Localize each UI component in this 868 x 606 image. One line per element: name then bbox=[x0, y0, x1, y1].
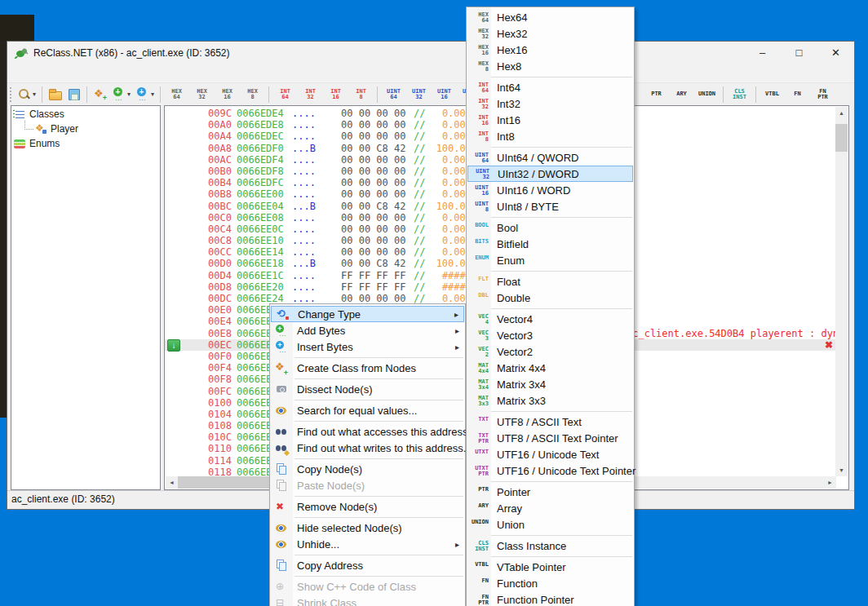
context-menu-item[interactable]: Change Type ▸ bbox=[271, 306, 464, 322]
submenu-item[interactable]: INT64 Int64 ▸ bbox=[467, 79, 633, 95]
submenu-item[interactable]: HEX16 Hex16 ▸ bbox=[467, 42, 633, 58]
submenu-item[interactable]: UNION Union ▸ bbox=[467, 516, 633, 533]
type-button[interactable]: HEX32 bbox=[189, 85, 215, 104]
submenu-item[interactable]: TXTPTR UTF8 / ASCII Text Pointer ▸ bbox=[467, 430, 633, 446]
insert-bytes-icon bbox=[135, 87, 149, 101]
insert-bytes-button[interactable]: ▾ bbox=[133, 85, 157, 104]
type-button[interactable]: INT64 bbox=[272, 85, 298, 104]
submenu-item[interactable]: BITS Bitfield ▸ bbox=[467, 236, 633, 252]
submenu-item[interactable]: ENUM Enum ▸ bbox=[467, 252, 633, 268]
menu-bar-item[interactable] bbox=[37, 64, 51, 82]
type-button[interactable]: VTBL bbox=[760, 85, 785, 104]
vertical-scrollbar[interactable]: ▲ ▼ bbox=[835, 107, 848, 476]
submenu-item[interactable]: FLT Float ▸ bbox=[467, 273, 633, 290]
context-menu-item[interactable]: Unhide... ▸ bbox=[271, 536, 464, 552]
type-button[interactable]: UINT16 bbox=[432, 85, 457, 104]
type-button[interactable]: PTR bbox=[644, 85, 669, 104]
type-button[interactable]: INT32 bbox=[298, 85, 323, 104]
attach-process-button[interactable]: ▾ bbox=[15, 85, 38, 104]
remove-node-x-icon[interactable]: ✖ bbox=[825, 339, 833, 351]
submenu-item[interactable]: DBL Double ▸ bbox=[467, 290, 633, 306]
type-button[interactable]: INT16 bbox=[323, 85, 348, 104]
submenu-item[interactable]: PTR Pointer ▸ bbox=[467, 484, 633, 500]
type-button[interactable]: CLSINST bbox=[727, 85, 752, 104]
tree-item-player[interactable]: Player bbox=[23, 122, 160, 135]
title-bar[interactable]: ReClass.NET (x86) - ac_client.exe (ID: 3… bbox=[7, 42, 854, 64]
row-offset: 00F0 bbox=[202, 351, 232, 362]
submenu-item[interactable]: MAT4x4 Matrix 4x4 ▸ bbox=[467, 360, 633, 376]
row-bytes: 00 00 00 00 bbox=[341, 235, 405, 246]
type-button[interactable]: UNION bbox=[694, 85, 720, 104]
type-icon: INT32 bbox=[467, 97, 490, 111]
submenu-item[interactable]: VEC4 Vector4 ▸ bbox=[467, 311, 633, 327]
submenu-item[interactable]: ARY Array ▸ bbox=[467, 500, 633, 516]
submenu-item[interactable]: UTXT UTF16 / Unicode Text ▸ bbox=[467, 446, 633, 462]
type-button[interactable]: FNPTR bbox=[810, 85, 835, 104]
submenu-item[interactable]: HEX8 Hex8 ▸ bbox=[467, 58, 633, 74]
type-button[interactable]: UINT64 bbox=[381, 85, 406, 104]
tree-item-classes[interactable]: Classes bbox=[14, 108, 160, 121]
add-class-button[interactable] bbox=[91, 85, 109, 104]
context-menu-item[interactable]: Paste Node(s) ▸ bbox=[271, 477, 464, 493]
scroll-down-icon[interactable]: ▼ bbox=[835, 464, 848, 476]
row-offset: 00FC bbox=[202, 386, 232, 397]
context-menu-item[interactable]: Copy Address ▸ bbox=[271, 557, 464, 573]
context-menu-item[interactable]: Find out what writes to this address... … bbox=[271, 440, 464, 456]
context-menu-item[interactable]: Shrink Class ▸ bbox=[271, 595, 464, 606]
maximize-button[interactable]: □ bbox=[781, 42, 817, 64]
open-project-button[interactable] bbox=[46, 85, 64, 104]
context-menu-item[interactable]: Remove Node(s) ▸ bbox=[271, 498, 464, 515]
save-project-button[interactable] bbox=[64, 85, 83, 104]
submenu-item[interactable]: FNPTR Function Pointer ▸ bbox=[467, 591, 633, 606]
type-icon: TXTPTR bbox=[467, 431, 490, 445]
submenu-item[interactable]: UINT16 UInt16 / WORD ▸ bbox=[467, 182, 633, 198]
context-menu-item[interactable]: Create Class from Nodes ▸ bbox=[271, 360, 464, 376]
scroll-up-icon[interactable]: ▲ bbox=[835, 107, 848, 119]
submenu-item[interactable]: HEX64 Hex64 ▸ bbox=[467, 9, 633, 25]
submenu-item[interactable]: VTBL VTable Pointer ▸ bbox=[467, 559, 633, 575]
context-menu-item[interactable]: Insert Bytes ▸ bbox=[271, 338, 464, 355]
type-button[interactable]: HEX8 bbox=[240, 85, 265, 104]
tree-item-enums[interactable]: Enums bbox=[14, 137, 160, 150]
submenu-item[interactable]: MAT3x4 Matrix 3x4 ▸ bbox=[467, 376, 633, 392]
submenu-item[interactable]: VEC3 Vector3 ▸ bbox=[467, 327, 633, 343]
type-button[interactable]: HEX64 bbox=[164, 85, 189, 104]
submenu-item[interactable]: INT16 Int16 ▸ bbox=[467, 112, 633, 128]
context-menu-item[interactable]: Find out what accesses this address... ▸ bbox=[271, 423, 464, 440]
submenu-item[interactable]: UINT32 UInt32 / DWORD ▸ bbox=[467, 166, 633, 182]
menu-bar-item[interactable] bbox=[22, 64, 37, 82]
row-offset: 0110 bbox=[202, 443, 232, 454]
submenu-item[interactable]: INT8 Int8 ▸ bbox=[467, 128, 633, 144]
type-button[interactable]: INT8 bbox=[348, 85, 374, 104]
scroll-right-icon[interactable]: ► bbox=[824, 476, 836, 489]
context-menu-item[interactable]: Search for equal values... ▸ bbox=[271, 402, 464, 418]
submenu-item[interactable]: TXT UTF8 / ASCII Text ▸ bbox=[467, 414, 633, 430]
close-button[interactable]: ✕ bbox=[817, 42, 854, 64]
context-menu-item[interactable]: Hide selected Node(s) ▸ bbox=[271, 520, 464, 536]
menu-bar-item[interactable] bbox=[51, 64, 66, 82]
type-icon: MAT4x4 bbox=[467, 361, 490, 375]
submenu-item[interactable]: HEX32 Hex32 ▸ bbox=[467, 25, 633, 42]
submenu-item[interactable]: INT32 Int32 ▸ bbox=[467, 95, 633, 112]
menu-bar-item[interactable] bbox=[7, 64, 22, 82]
minimize-button[interactable]: – bbox=[744, 42, 781, 64]
context-menu-item[interactable]: Dissect Node(s) ▸ bbox=[271, 381, 464, 397]
submenu-item[interactable]: UTXTPTR UTF16 / Unicode Text Pointer ▸ bbox=[467, 462, 633, 479]
vertical-scroll-thumb[interactable] bbox=[835, 124, 848, 152]
context-menu-item[interactable]: Add Bytes ▸ bbox=[271, 322, 464, 338]
submenu-item[interactable]: CLSINST Class Instance ▸ bbox=[467, 537, 633, 554]
context-menu-item[interactable]: Show C++ Code of Class ▸ bbox=[271, 578, 464, 595]
submenu-item[interactable]: VEC2 Vector2 ▸ bbox=[467, 343, 633, 360]
type-button[interactable]: FN bbox=[785, 85, 810, 104]
submenu-item[interactable]: FN Function ▸ bbox=[467, 575, 633, 591]
submenu-item[interactable]: UINT64 UInt64 / QWORD ▸ bbox=[467, 149, 633, 166]
submenu-item[interactable]: BOOL Bool ▸ bbox=[467, 219, 633, 236]
type-button[interactable]: HEX16 bbox=[215, 85, 240, 104]
add-bytes-button[interactable]: ▾ bbox=[109, 85, 133, 104]
context-menu-item[interactable]: Copy Node(s) ▸ bbox=[271, 461, 464, 477]
type-button[interactable]: ARY bbox=[669, 85, 694, 104]
submenu-item[interactable]: UINT8 UInt8 / BYTE ▸ bbox=[467, 198, 633, 215]
submenu-item[interactable]: MAT3x3 Matrix 3x3 ▸ bbox=[467, 392, 633, 409]
scroll-left-icon[interactable]: ◄ bbox=[166, 476, 178, 489]
type-button[interactable]: UINT32 bbox=[406, 85, 432, 104]
